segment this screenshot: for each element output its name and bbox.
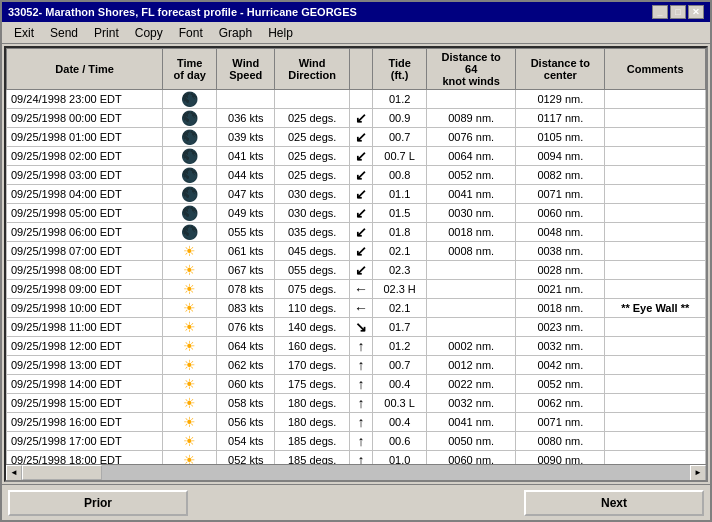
table-row: 09/25/1998 13:00 EDT (7, 356, 163, 375)
comments-cell (605, 394, 706, 413)
tod-cell: ☀ (163, 242, 217, 261)
tide-cell: 00.7 L (373, 147, 427, 166)
main-window: 33052- Marathon Shores, FL forecast prof… (0, 0, 712, 522)
tod-cell: 🌑 (163, 128, 217, 147)
table-container[interactable]: Date / Time Timeof day WindSpeed WindDir… (6, 48, 706, 464)
speed-cell: 056 kts (217, 413, 275, 432)
arrow-cell: ↙ (350, 185, 373, 204)
dir-cell: 035 degs. (275, 223, 350, 242)
table-row: 09/25/1998 14:00 EDT (7, 375, 163, 394)
dist64-cell: 0012 nm. (427, 356, 516, 375)
comments-cell (605, 261, 706, 280)
tod-cell: ☀ (163, 337, 217, 356)
table-row: 09/25/1998 05:00 EDT (7, 204, 163, 223)
dir-cell: 075 degs. (275, 280, 350, 299)
close-button[interactable]: ✕ (688, 5, 704, 19)
table-row: 09/25/1998 06:00 EDT (7, 223, 163, 242)
next-button[interactable]: Next (524, 490, 704, 516)
menu-font[interactable]: Font (171, 24, 211, 42)
scroll-right-btn[interactable]: ► (690, 465, 706, 481)
tod-cell: 🌑 (163, 147, 217, 166)
tide-cell: 00.3 L (373, 394, 427, 413)
dir-cell: 180 degs. (275, 394, 350, 413)
prior-button[interactable]: Prior (8, 490, 188, 516)
dist64-cell (427, 299, 516, 318)
table-row: 09/25/1998 16:00 EDT (7, 413, 163, 432)
tide-cell: 00.8 (373, 166, 427, 185)
table-row: 09/25/1998 17:00 EDT (7, 432, 163, 451)
dir-cell: 160 degs. (275, 337, 350, 356)
dist64-cell: 0089 nm. (427, 109, 516, 128)
table-row: 09/25/1998 12:00 EDT (7, 337, 163, 356)
dir-cell: 185 degs. (275, 451, 350, 465)
speed-cell: 047 kts (217, 185, 275, 204)
dir-cell: 025 degs. (275, 147, 350, 166)
speed-cell: 067 kts (217, 261, 275, 280)
menu-help[interactable]: Help (260, 24, 301, 42)
col-header-tide: Tide(ft.) (373, 49, 427, 90)
tide-cell: 00.4 (373, 413, 427, 432)
tide-cell: 00.4 (373, 375, 427, 394)
arrow-cell: ↑ (350, 432, 373, 451)
dist64-cell: 0041 nm. (427, 185, 516, 204)
arrow-cell: ↑ (350, 375, 373, 394)
table-row: 09/25/1998 07:00 EDT (7, 242, 163, 261)
menu-graph[interactable]: Graph (211, 24, 260, 42)
comments-cell (605, 147, 706, 166)
menu-print[interactable]: Print (86, 24, 127, 42)
distctr-cell: 0082 nm. (516, 166, 605, 185)
dir-cell: 185 degs. (275, 432, 350, 451)
arrow-cell: ↙ (350, 204, 373, 223)
dist64-cell: 0041 nm. (427, 413, 516, 432)
menu-copy[interactable]: Copy (127, 24, 171, 42)
dist64-cell (427, 318, 516, 337)
tod-cell: ☀ (163, 413, 217, 432)
tod-cell: 🌑 (163, 204, 217, 223)
menu-exit[interactable]: Exit (6, 24, 42, 42)
comments-cell (605, 90, 706, 109)
distctr-cell: 0018 nm. (516, 299, 605, 318)
distctr-cell: 0071 nm. (516, 185, 605, 204)
speed-cell: 058 kts (217, 394, 275, 413)
comments-cell (605, 204, 706, 223)
dir-cell: 025 degs. (275, 109, 350, 128)
window-controls: _ □ ✕ (652, 5, 704, 19)
dir-cell: 110 degs. (275, 299, 350, 318)
distctr-cell: 0094 nm. (516, 147, 605, 166)
distctr-cell: 0052 nm. (516, 375, 605, 394)
dir-cell: 030 degs. (275, 185, 350, 204)
dist64-cell: 0032 nm. (427, 394, 516, 413)
col-header-distctr: Distance tocenter (516, 49, 605, 90)
scroll-left-btn[interactable]: ◄ (6, 465, 22, 481)
dist64-cell: 0002 nm. (427, 337, 516, 356)
comments-cell (605, 185, 706, 204)
tod-cell: ☀ (163, 299, 217, 318)
speed-cell: 055 kts (217, 223, 275, 242)
dist64-cell (427, 261, 516, 280)
distctr-cell: 0048 nm. (516, 223, 605, 242)
tod-cell: ☀ (163, 356, 217, 375)
menu-send[interactable]: Send (42, 24, 86, 42)
table-row: 09/25/1998 02:00 EDT (7, 147, 163, 166)
dist64-cell: 0022 nm. (427, 375, 516, 394)
horizontal-scrollbar[interactable]: ◄ ► (6, 464, 706, 480)
distctr-cell: 0021 nm. (516, 280, 605, 299)
distctr-cell: 0060 nm. (516, 204, 605, 223)
arrow-cell: ↑ (350, 451, 373, 465)
col-header-arrow (350, 49, 373, 90)
dist64-cell (427, 90, 516, 109)
tide-cell: 00.6 (373, 432, 427, 451)
maximize-button[interactable]: □ (670, 5, 686, 19)
speed-cell: 041 kts (217, 147, 275, 166)
minimize-button[interactable]: _ (652, 5, 668, 19)
comments-cell (605, 432, 706, 451)
comments-cell (605, 413, 706, 432)
table-row: 09/25/1998 00:00 EDT (7, 109, 163, 128)
speed-cell: 036 kts (217, 109, 275, 128)
h-scroll-track[interactable] (22, 465, 690, 480)
dist64-cell: 0060 nm. (427, 451, 516, 465)
comments-cell (605, 223, 706, 242)
dir-cell: 025 degs. (275, 166, 350, 185)
tide-cell: 00.9 (373, 109, 427, 128)
dir-cell: 170 degs. (275, 356, 350, 375)
